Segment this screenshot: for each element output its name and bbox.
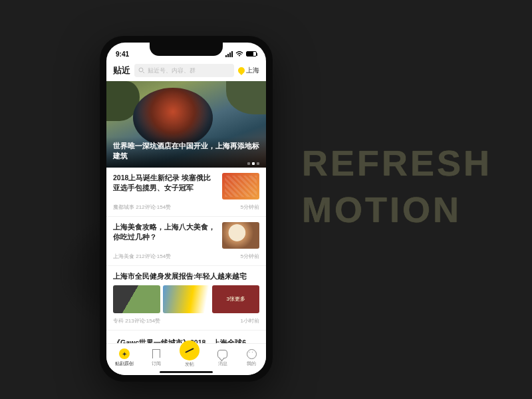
feed-item-title: 上海市全民健身发展报告:年轻人越来越宅 — [113, 271, 259, 281]
screen: 9:41 贴近 贴近号、内容、群 上海 世界唯一深坑酒店在中国开业，上海再添地标… — [106, 43, 266, 375]
status-time: 9:41 — [116, 51, 129, 58]
feed-item-title: 上海美食攻略，上海八大美食，你吃过几种？ — [113, 222, 217, 241]
feed-thumbnail — [163, 285, 210, 313]
carousel-dot[interactable] — [257, 162, 259, 165]
feed-thumbnail-more[interactable]: 3张更多 — [212, 285, 259, 313]
feed-thumbnail-row: 3张更多 — [113, 285, 259, 313]
feed-item-time: 1小时前 — [241, 317, 259, 325]
svg-line-1 — [143, 72, 144, 73]
feed-item-meta: 上海美食 212评论·154赞 — [113, 253, 171, 260]
svg-point-0 — [139, 68, 143, 72]
app-header: 贴近 贴近号、内容、群 上海 — [106, 61, 266, 81]
feed-item-title: 2018上马诞生新纪录 埃塞俄比亚选手包揽男、女子冠军 — [113, 173, 217, 192]
location-pin-icon — [237, 66, 246, 75]
hero-image-decor — [226, 81, 266, 114]
feed-item[interactable]: 2018上马诞生新纪录 埃塞俄比亚选手包揽男、女子冠军 魔都城事 212评论·1… — [106, 168, 266, 217]
tab-label: 消息 — [218, 360, 227, 367]
signal-icon — [225, 51, 233, 57]
side-caption-line2: MOTION — [302, 186, 492, 233]
side-caption-line1: REFRESH — [302, 140, 492, 186]
feed-item[interactable]: 上海美食攻略，上海八大美食，你吃过几种？ 上海美食 212评论·154赞 5分钟… — [106, 217, 266, 266]
side-caption: REFRESH MOTION — [302, 140, 492, 233]
chat-icon — [217, 350, 227, 358]
tab-label: 我的 — [247, 360, 256, 367]
feed-item-time: 5分钟前 — [241, 253, 259, 260]
home-icon: ✦ — [119, 348, 130, 359]
location-label: 上海 — [246, 66, 259, 75]
tab-messages[interactable]: 消息 — [217, 348, 229, 367]
hero-carousel[interactable]: 世界唯一深坑酒店在中国开业，上海再添地标建筑 — [106, 81, 266, 168]
feed-list[interactable]: 2018上马诞生新纪录 埃塞俄比亚选手包揽男、女子冠军 魔都城事 212评论·1… — [106, 168, 266, 343]
battery-icon — [246, 51, 257, 57]
carousel-dots[interactable] — [247, 162, 259, 165]
tab-bar: ✦ 贴剧原创 订阅 发帖 消息 我的 — [106, 343, 266, 375]
compose-icon — [180, 340, 200, 360]
feed-thumbnail — [113, 285, 160, 313]
feed-thumbnail — [222, 222, 259, 249]
wifi-icon — [235, 51, 243, 57]
phone-frame: 9:41 贴近 贴近号、内容、群 上海 世界唯一深坑酒店在中国开业，上海再添地标… — [100, 36, 273, 382]
tab-home[interactable]: ✦ 贴剧原创 — [115, 348, 134, 367]
carousel-dot[interactable] — [247, 162, 250, 165]
tab-profile[interactable]: 我的 — [245, 348, 257, 367]
feed-thumbnail — [222, 173, 259, 200]
feed-item-time: 5分钟前 — [241, 203, 259, 211]
tab-subscribe[interactable]: 订阅 — [150, 348, 162, 367]
app-logo[interactable]: 贴近 — [113, 65, 130, 76]
tab-label: 订阅 — [152, 360, 161, 367]
tab-compose[interactable]: 发帖 — [180, 347, 200, 368]
carousel-dot[interactable] — [252, 162, 255, 165]
location-button[interactable]: 上海 — [238, 66, 259, 75]
feed-item[interactable]: 上海市全民健身发展报告:年轻人越来越宅 3张更多 专科 213评论·154赞 1… — [106, 266, 266, 331]
tab-label: 发帖 — [185, 361, 194, 368]
search-icon — [138, 67, 145, 74]
home-indicator[interactable] — [160, 371, 213, 373]
status-right — [225, 51, 257, 57]
tab-label: 贴剧原创 — [115, 360, 134, 367]
notch — [150, 43, 223, 56]
search-input[interactable]: 贴近号、内容、群 — [134, 64, 234, 77]
hero-title: 世界唯一深坑酒店在中国开业，上海再添地标建筑 — [106, 137, 266, 168]
feed-item-meta: 专科 213评论·154赞 — [113, 317, 160, 325]
feed-item-meta: 魔都城事 212评论·154赞 — [113, 203, 171, 211]
bookmark-icon — [152, 349, 160, 358]
search-placeholder: 贴近号、内容、群 — [148, 66, 196, 75]
face-icon — [247, 349, 257, 359]
